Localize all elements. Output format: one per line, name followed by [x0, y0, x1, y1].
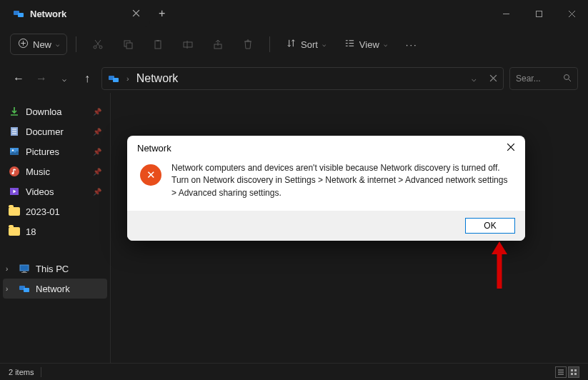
- sidebar-item-label: 2023-01: [26, 206, 60, 217]
- status-bar: 2 items: [0, 363, 588, 380]
- tab-title: Network: [30, 9, 66, 19]
- sidebar-item-label: Music: [26, 166, 50, 177]
- svg-rect-29: [571, 373, 573, 375]
- videos-icon: [9, 186, 20, 197]
- maximize-button[interactable]: [522, 0, 555, 27]
- svg-rect-24: [21, 272, 27, 273]
- nav-row: ← → ⌵ ↑ › Network ⌵ Sear...: [0, 64, 588, 93]
- svg-rect-22: [20, 265, 29, 271]
- pin-icon: 📌: [93, 128, 101, 136]
- pin-icon: 📌: [93, 188, 101, 196]
- sidebar-item-videos[interactable]: Videos📌: [3, 181, 107, 201]
- sidebar-item-pictures[interactable]: Pictures📌: [3, 141, 107, 161]
- cut-button[interactable]: [85, 34, 111, 54]
- address-clear-button[interactable]: [489, 72, 497, 85]
- close-window-button[interactable]: [555, 0, 588, 27]
- large-icons-view-button[interactable]: [568, 366, 579, 378]
- download-icon: [9, 106, 20, 117]
- tab-network[interactable]: Network: [0, 0, 150, 27]
- sidebar: Downloa📌Documer📌Pictures📌Music📌Videos📌20…: [0, 93, 111, 363]
- svg-rect-26: [24, 288, 29, 292]
- more-button[interactable]: ···: [399, 35, 425, 54]
- dialog-titlebar: Network: [127, 136, 525, 158]
- back-button[interactable]: ←: [10, 72, 27, 85]
- chevron-right-icon[interactable]: ›: [6, 285, 13, 293]
- search-input[interactable]: Sear...: [509, 67, 578, 90]
- view-button[interactable]: View ⌵: [337, 34, 394, 55]
- search-placeholder: Sear...: [516, 74, 563, 84]
- svg-rect-9: [156, 40, 159, 41]
- svg-rect-28: [574, 369, 577, 371]
- sidebar-item-label: This PC: [36, 264, 69, 274]
- svg-rect-1: [18, 13, 24, 17]
- svg-rect-7: [126, 43, 132, 49]
- delete-button[interactable]: [235, 34, 261, 54]
- svg-point-18: [9, 166, 19, 176]
- separator: [269, 36, 270, 52]
- svg-point-17: [12, 149, 14, 151]
- network-dialog: Network ✕ Network computers and devices …: [127, 136, 525, 241]
- recent-locations-button[interactable]: ⌵: [56, 75, 73, 83]
- network-icon: [108, 73, 119, 84]
- sort-button[interactable]: Sort ⌵: [279, 34, 333, 55]
- folder-icon: [9, 226, 20, 237]
- toolbar: New ⌵ Sort ⌵ View ⌵ ···: [0, 27, 588, 61]
- sidebar-tree-network[interactable]: ›Network: [3, 279, 107, 299]
- view-mode-toggle: [555, 366, 579, 378]
- sidebar-item-label: Downloa: [26, 106, 62, 117]
- svg-rect-2: [536, 11, 542, 16]
- dialog-close-button[interactable]: [507, 143, 515, 154]
- chevron-down-icon: ⌵: [56, 41, 59, 48]
- sidebar-tree-pc[interactable]: ›This PC: [3, 259, 107, 279]
- sidebar-item-music[interactable]: Music📌: [3, 161, 107, 181]
- svg-point-5: [99, 46, 102, 49]
- tab-close-button[interactable]: [132, 7, 140, 20]
- sidebar-item-label: 18: [26, 226, 36, 237]
- share-button[interactable]: [205, 34, 231, 54]
- details-view-button[interactable]: [555, 366, 567, 378]
- dialog-title: Network: [137, 143, 171, 154]
- svg-point-19: [11, 172, 14, 174]
- pin-icon: 📌: [93, 108, 101, 116]
- address-bar[interactable]: › Network ⌵: [101, 67, 504, 90]
- separator: [76, 36, 76, 52]
- up-button[interactable]: ↑: [79, 72, 96, 85]
- chevron-right-icon[interactable]: ›: [6, 265, 13, 273]
- sidebar-item-doc[interactable]: Documer📌: [3, 121, 107, 141]
- copy-button[interactable]: [115, 34, 141, 54]
- ok-button[interactable]: OK: [465, 218, 515, 234]
- svg-rect-8: [155, 41, 161, 49]
- chevron-down-icon: ⌵: [384, 41, 387, 48]
- sort-label: Sort: [301, 39, 318, 50]
- address-dropdown-button[interactable]: ⌵: [472, 74, 477, 84]
- music-icon: [9, 166, 20, 177]
- address-text: Network: [136, 72, 179, 85]
- window-controls: [489, 0, 588, 27]
- svg-rect-10: [184, 42, 192, 47]
- new-button[interactable]: New ⌵: [10, 34, 67, 55]
- sidebar-item-label: Videos: [26, 186, 54, 197]
- pin-icon: 📌: [93, 148, 101, 156]
- sidebar-item-folder[interactable]: 2023-01: [3, 201, 107, 221]
- plus-circle-icon: [18, 38, 29, 51]
- error-icon: ✕: [140, 164, 161, 186]
- svg-rect-23: [23, 271, 26, 272]
- network-icon: [13, 8, 24, 19]
- pc-icon: [19, 263, 30, 274]
- titlebar: Network +: [0, 0, 588, 27]
- sort-icon: [286, 38, 297, 51]
- paste-button[interactable]: [145, 34, 171, 54]
- dialog-message: Network computers and devices aren't vis…: [171, 162, 512, 199]
- separator: [41, 367, 41, 377]
- new-label: New: [33, 39, 51, 50]
- forward-button[interactable]: →: [33, 72, 50, 85]
- sidebar-item-folder[interactable]: 18: [3, 221, 107, 241]
- status-text: 2 items: [9, 368, 34, 376]
- dialog-body: ✕ Network computers and devices aren't v…: [127, 158, 525, 211]
- minimize-button[interactable]: [489, 0, 522, 27]
- sidebar-item-download[interactable]: Downloa📌: [3, 101, 107, 121]
- svg-rect-27: [571, 369, 573, 371]
- svg-point-14: [564, 74, 569, 79]
- new-tab-button[interactable]: +: [150, 7, 174, 20]
- rename-button[interactable]: [175, 34, 201, 54]
